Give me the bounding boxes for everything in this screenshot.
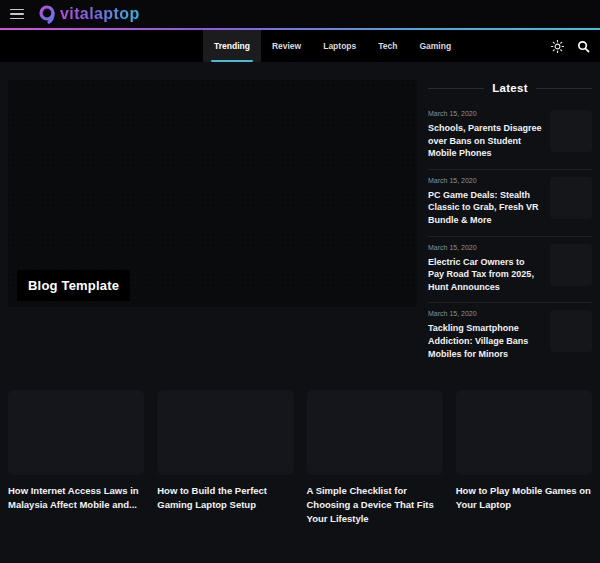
tab-laptops[interactable]: Laptops bbox=[312, 30, 367, 62]
article-date: March 15, 2020 bbox=[428, 177, 542, 184]
card-image bbox=[157, 390, 293, 475]
card-title: How to Play Mobile Games on Your Laptop bbox=[456, 484, 592, 512]
card-image bbox=[307, 390, 443, 475]
article-thumbnail bbox=[550, 177, 592, 219]
article-card[interactable]: How to Play Mobile Games on Your Laptop bbox=[456, 390, 592, 525]
top-bar: vitalaptop bbox=[0, 0, 600, 28]
nav-tabs: Trending Review Laptops Tech Gaming bbox=[203, 30, 462, 62]
theme-toggle-sun-icon[interactable] bbox=[550, 39, 564, 53]
search-icon[interactable] bbox=[576, 39, 590, 53]
article-title: Schools, Parents Disagree over Bans on S… bbox=[428, 122, 542, 160]
latest-heading-row: Latest bbox=[428, 82, 592, 94]
tab-gaming[interactable]: Gaming bbox=[408, 30, 462, 62]
latest-sidebar: Latest March 15, 2020 Schools, Parents D… bbox=[428, 80, 592, 369]
article-title: Electric Car Owners to Pay Road Tax from… bbox=[428, 256, 542, 294]
article-card[interactable]: A Simple Checklist for Choosing a Device… bbox=[307, 390, 443, 525]
latest-item[interactable]: March 15, 2020 Schools, Parents Disagree… bbox=[428, 103, 592, 170]
main-content: Blog Template Latest March 15, 2020 Scho… bbox=[0, 62, 600, 563]
article-date: March 15, 2020 bbox=[428, 244, 542, 251]
logo-text: vitalaptop bbox=[60, 5, 140, 23]
article-date: March 15, 2020 bbox=[428, 110, 542, 117]
article-thumbnail bbox=[550, 310, 592, 352]
card-image bbox=[456, 390, 592, 475]
article-date: March 15, 2020 bbox=[428, 310, 542, 317]
hamburger-menu-icon[interactable] bbox=[10, 9, 24, 20]
article-title: Tackling Smartphone Addiction: Village B… bbox=[428, 322, 542, 360]
card-title: How to Build the Perfect Gaming Laptop S… bbox=[157, 484, 293, 512]
article-thumbnail bbox=[550, 110, 592, 152]
logo-a-icon bbox=[38, 3, 58, 25]
article-thumbnail bbox=[550, 244, 592, 286]
article-title: PC Game Deals: Stealth Classic to Grab, … bbox=[428, 189, 542, 227]
site-logo[interactable]: vitalaptop bbox=[38, 3, 140, 25]
latest-item[interactable]: March 15, 2020 Electric Car Owners to Pa… bbox=[428, 237, 592, 304]
latest-item[interactable]: March 15, 2020 Tackling Smartphone Addic… bbox=[428, 303, 592, 369]
nav-icon-group bbox=[550, 30, 590, 62]
nav-bar: Trending Review Laptops Tech Gaming bbox=[0, 30, 600, 62]
card-title: How Internet Access Laws in Malaysia Aff… bbox=[8, 484, 144, 512]
tab-tech[interactable]: Tech bbox=[367, 30, 408, 62]
tab-review[interactable]: Review bbox=[261, 30, 312, 62]
card-image bbox=[8, 390, 144, 475]
latest-item[interactable]: March 15, 2020 PC Game Deals: Stealth Cl… bbox=[428, 170, 592, 237]
article-cards-row: How Internet Access Laws in Malaysia Aff… bbox=[8, 390, 592, 525]
article-card[interactable]: How Internet Access Laws in Malaysia Aff… bbox=[8, 390, 144, 525]
card-title: A Simple Checklist for Choosing a Device… bbox=[307, 484, 443, 525]
hero-title-overlay: Blog Template bbox=[17, 270, 130, 301]
latest-heading: Latest bbox=[492, 82, 528, 94]
article-card[interactable]: How to Build the Perfect Gaming Laptop S… bbox=[157, 390, 293, 525]
hero-featured-image[interactable]: Blog Template bbox=[8, 80, 417, 307]
tab-trending[interactable]: Trending bbox=[203, 30, 261, 62]
